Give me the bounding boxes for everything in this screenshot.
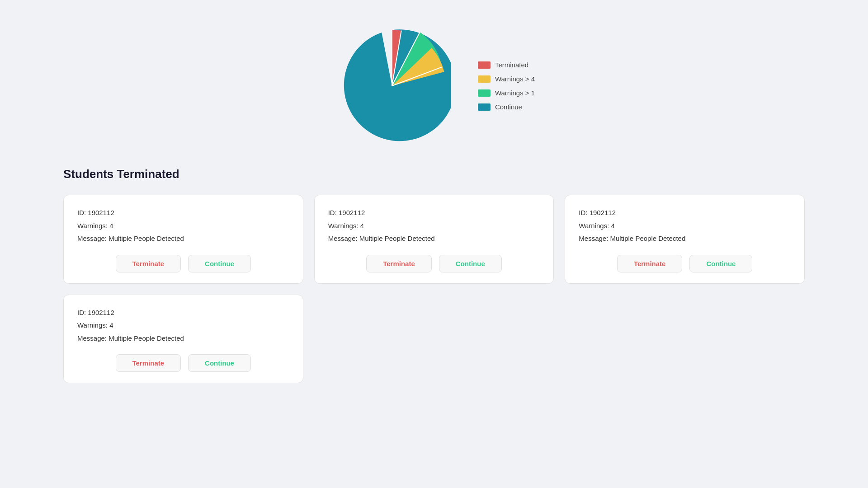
students-terminated-section: Students Terminated ID: 1902112 Warnings… <box>63 167 805 383</box>
card-info-1: ID: 1902112 Warnings: 4 Message: Multipl… <box>77 208 289 244</box>
legend-color-terminated <box>478 61 491 69</box>
card-message-3: Message: Multiple People Detected <box>579 234 791 244</box>
card-actions-2: Terminate Continue <box>328 255 540 272</box>
card-warnings-4: Warnings: 4 <box>77 320 289 331</box>
student-card-2: ID: 1902112 Warnings: 4 Message: Multipl… <box>314 195 554 284</box>
terminate-button-3[interactable]: Terminate <box>617 255 683 272</box>
legend-item-warnings4: Warnings > 4 <box>478 75 535 83</box>
student-card-1: ID: 1902112 Warnings: 4 Message: Multipl… <box>63 195 303 284</box>
card-actions-4: Terminate Continue <box>77 354 289 372</box>
continue-button-2[interactable]: Continue <box>439 255 502 272</box>
chart-legend: Terminated Warnings > 4 Warnings > 1 Con… <box>478 61 535 111</box>
cards-grid-top: ID: 1902112 Warnings: 4 Message: Multipl… <box>63 195 805 284</box>
continue-button-3[interactable]: Continue <box>689 255 752 272</box>
legend-color-warnings4 <box>478 75 491 83</box>
legend-label-warnings1: Warnings > 1 <box>495 89 535 97</box>
chart-wrapper: Terminated Warnings > 4 Warnings > 1 Con… <box>333 27 535 145</box>
card-actions-3: Terminate Continue <box>579 255 791 272</box>
student-card-3: ID: 1902112 Warnings: 4 Message: Multipl… <box>565 195 805 284</box>
terminate-button-4[interactable]: Terminate <box>116 354 181 372</box>
student-card-4: ID: 1902112 Warnings: 4 Message: Multipl… <box>63 295 303 384</box>
legend-item-continue: Continue <box>478 103 535 111</box>
cards-grid-bottom: ID: 1902112 Warnings: 4 Message: Multipl… <box>63 295 805 384</box>
card-id-4: ID: 1902112 <box>77 308 289 318</box>
legend-color-continue <box>478 103 491 111</box>
terminate-button-2[interactable]: Terminate <box>366 255 432 272</box>
section-title: Students Terminated <box>63 167 805 181</box>
card-message-4: Message: Multiple People Detected <box>77 333 289 344</box>
legend-item-terminated: Terminated <box>478 61 535 69</box>
card-warnings-2: Warnings: 4 <box>328 221 540 231</box>
card-info-2: ID: 1902112 Warnings: 4 Message: Multipl… <box>328 208 540 244</box>
card-warnings-1: Warnings: 4 <box>77 221 289 231</box>
legend-item-warnings1: Warnings > 1 <box>478 89 535 97</box>
terminate-button-1[interactable]: Terminate <box>116 255 181 272</box>
card-id-3: ID: 1902112 <box>579 208 791 218</box>
card-message-2: Message: Multiple People Detected <box>328 234 540 244</box>
card-id-2: ID: 1902112 <box>328 208 540 218</box>
continue-button-4[interactable]: Continue <box>188 354 251 372</box>
legend-color-warnings1 <box>478 89 491 97</box>
card-info-3: ID: 1902112 Warnings: 4 Message: Multipl… <box>579 208 791 244</box>
card-message-1: Message: Multiple People Detected <box>77 234 289 244</box>
card-warnings-3: Warnings: 4 <box>579 221 791 231</box>
card-id-1: ID: 1902112 <box>77 208 289 218</box>
card-info-4: ID: 1902112 Warnings: 4 Message: Multipl… <box>77 308 289 344</box>
legend-label-warnings4: Warnings > 4 <box>495 75 535 83</box>
legend-label-terminated: Terminated <box>495 61 528 69</box>
pie-chart <box>333 27 451 145</box>
card-actions-1: Terminate Continue <box>77 255 289 272</box>
chart-section: Terminated Warnings > 4 Warnings > 1 Con… <box>63 14 805 163</box>
legend-label-continue: Continue <box>495 103 522 111</box>
continue-button-1[interactable]: Continue <box>188 255 251 272</box>
